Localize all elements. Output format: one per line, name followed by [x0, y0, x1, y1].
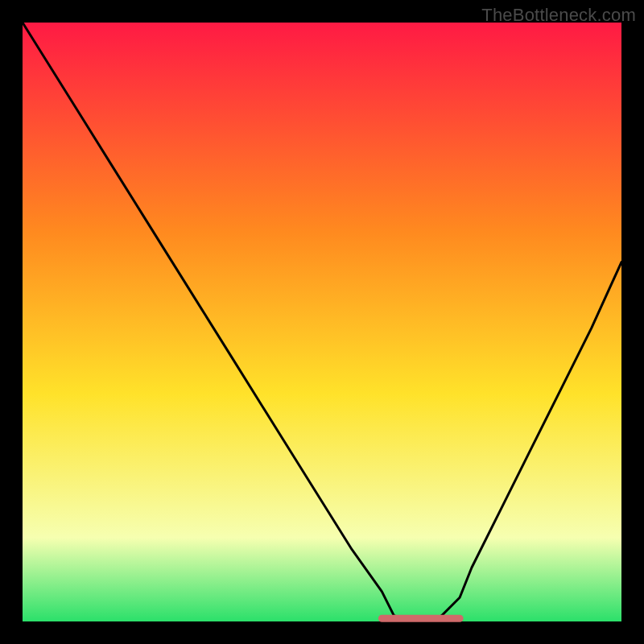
- bottleneck-chart: [0, 0, 644, 644]
- chart-stage: TheBottleneck.com: [0, 0, 644, 644]
- watermark-text: TheBottleneck.com: [481, 5, 636, 26]
- plot-area: [23, 23, 621, 621]
